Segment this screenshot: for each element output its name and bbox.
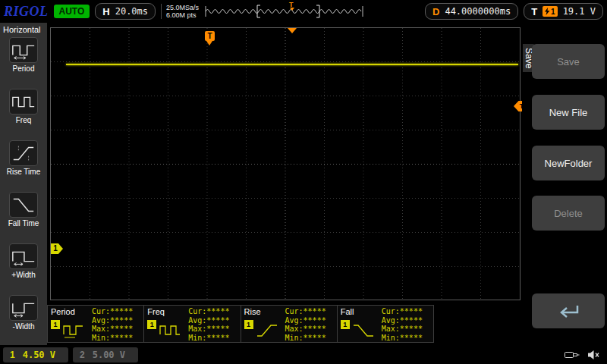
preview-trigger-marker: T bbox=[289, 2, 294, 8]
cur-value: Cur:***** bbox=[382, 307, 423, 316]
horizontal-label: H bbox=[102, 6, 109, 17]
measurement-values: Cur:***** Avg:***** Max:***** Min:***** bbox=[188, 307, 229, 342]
rise-time-icon bbox=[256, 323, 278, 341]
usb-icon bbox=[565, 350, 580, 359]
brand-logo: RIGOL bbox=[4, 4, 49, 20]
trigger-source-channel: 1 bbox=[551, 8, 555, 16]
measurement-panel-freq: Freq 1 Cur:***** Avg:***** Max:***** Min… bbox=[144, 306, 241, 342]
min-value: Min:***** bbox=[92, 334, 133, 343]
top-status-bar: RIGOL AUTO H 20.0ms 25.0MSa/s 6.00M pts … bbox=[0, 0, 607, 23]
measure-sidebar: Horizontal Period Freq Rise Time Fall Ti… bbox=[0, 23, 47, 345]
delay-value: 44.0000000ms bbox=[445, 6, 511, 17]
channel1-badge: 1 bbox=[10, 350, 15, 360]
back-return-button[interactable] bbox=[532, 293, 605, 328]
max-value: Max:***** bbox=[382, 325, 423, 334]
horizontal-timebase-box: H 20.0ms bbox=[95, 3, 156, 20]
sidebar-item-label: Period bbox=[0, 64, 47, 73]
sidebar-item-freq[interactable]: Freq bbox=[0, 89, 47, 139]
period-icon bbox=[9, 37, 38, 63]
graticule bbox=[51, 28, 520, 300]
measurement-panel-fall: Fall 1 Cur:***** Avg:***** Max:***** Min… bbox=[338, 306, 433, 342]
scope-display: T 1 T bbox=[50, 27, 521, 300]
cur-value: Cur:***** bbox=[92, 307, 133, 316]
sidebar-item-label: Fall Time bbox=[0, 219, 47, 228]
max-value: Max:***** bbox=[188, 325, 229, 334]
freq-icon bbox=[159, 323, 181, 341]
minus-width-icon bbox=[9, 295, 38, 321]
fall-time-icon bbox=[352, 323, 375, 341]
waveform-trace-ch1 bbox=[66, 64, 518, 65]
sidebar-item-minus-width[interactable]: -Width bbox=[0, 295, 47, 345]
rise-time-icon bbox=[9, 140, 38, 166]
fall-time-icon bbox=[9, 192, 38, 218]
min-value: Min:***** bbox=[188, 334, 229, 343]
measurement-results-row: Period 1 Cur:***** Avg:***** Max:***** M… bbox=[47, 305, 434, 343]
plus-width-icon bbox=[9, 243, 38, 269]
cur-value: Cur:***** bbox=[188, 307, 229, 316]
channel-badge: 1 bbox=[147, 320, 156, 329]
trigger-source-badge: 1 bbox=[543, 6, 558, 17]
measurement-name: Fall bbox=[341, 307, 354, 316]
new-file-button[interactable]: New File bbox=[532, 95, 605, 130]
channel-status-bar: 1 4.50 V 2 5.00 V bbox=[0, 345, 607, 364]
system-status-icons bbox=[565, 350, 604, 360]
waveform-preview: T bbox=[204, 2, 365, 20]
measurement-name: Period bbox=[51, 307, 75, 316]
return-arrow-icon bbox=[555, 302, 582, 320]
new-folder-button[interactable]: NewFolder bbox=[532, 146, 605, 180]
channel-badge: 1 bbox=[51, 320, 60, 329]
avg-value: Avg:***** bbox=[92, 316, 133, 325]
trigger-edge-icon bbox=[545, 8, 550, 15]
channel1-scale-value: 4.50 V bbox=[23, 350, 55, 360]
save-button[interactable]: Save bbox=[532, 44, 605, 79]
run-status-badge: AUTO bbox=[54, 5, 90, 18]
max-value: Max:***** bbox=[92, 325, 133, 334]
sidebar-item-label: Rise Time bbox=[0, 168, 47, 176]
sidebar-item-label: +Width bbox=[0, 271, 47, 279]
timebase-value: 20.0ms bbox=[115, 6, 148, 17]
trigger-status-box: T 1 19.1 V bbox=[524, 3, 603, 20]
measure-sidebar-title: Horizontal bbox=[0, 23, 47, 36]
sidebar-item-fall-time[interactable]: Fall Time bbox=[0, 192, 47, 242]
channel-badge: 1 bbox=[244, 320, 253, 329]
sample-rate-label: 25.0MSa/s bbox=[166, 4, 199, 11]
channel2-badge: 2 bbox=[80, 350, 85, 360]
acquisition-info: 25.0MSa/s 6.00M pts bbox=[161, 4, 199, 19]
delete-button[interactable]: Delete bbox=[532, 196, 605, 231]
measurement-name: Freq bbox=[147, 307, 165, 316]
trigger-center-marker-icon bbox=[288, 28, 297, 33]
avg-value: Avg:***** bbox=[285, 316, 326, 325]
softkey-menu: Save Save New File NewFolder Delete bbox=[522, 23, 607, 345]
sidebar-item-label: Freq bbox=[0, 116, 47, 124]
trigger-position-flag[interactable]: T bbox=[205, 31, 215, 41]
trigger-level-value: 19.1 V bbox=[563, 6, 596, 17]
channel2-scale-value: 5.00 V bbox=[93, 350, 125, 360]
measurement-values: Cur:***** Avg:***** Max:***** Min:***** bbox=[382, 307, 423, 342]
delay-label: D bbox=[432, 6, 439, 17]
avg-value: Avg:***** bbox=[382, 316, 423, 325]
speaker-muted-icon bbox=[587, 350, 599, 360]
sidebar-item-rise-time[interactable]: Rise Time bbox=[0, 140, 47, 190]
memory-depth-label: 6.00M pts bbox=[166, 11, 199, 19]
measurement-panel-rise: Rise 1 Cur:***** Avg:***** Max:***** Min… bbox=[241, 306, 338, 342]
measurement-panel-period: Period 1 Cur:***** Avg:***** Max:***** M… bbox=[48, 306, 144, 342]
trigger-label: T bbox=[531, 6, 537, 17]
sidebar-item-period[interactable]: Period bbox=[0, 37, 47, 87]
freq-icon bbox=[9, 89, 38, 115]
avg-value: Avg:***** bbox=[188, 316, 229, 325]
min-value: Min:***** bbox=[382, 334, 423, 343]
sidebar-item-label: -Width bbox=[0, 322, 47, 331]
channel-badge: 1 bbox=[341, 320, 350, 329]
channel1-status-box[interactable]: 1 4.50 V bbox=[3, 347, 68, 362]
sidebar-item-plus-width[interactable]: +Width bbox=[0, 243, 47, 293]
measurement-name: Rise bbox=[244, 307, 261, 316]
channel2-status-box[interactable]: 2 5.00 V bbox=[73, 347, 138, 362]
min-value: Min:***** bbox=[285, 334, 326, 343]
period-icon bbox=[62, 323, 85, 341]
delay-offset-box: D 44.0000000ms bbox=[425, 3, 518, 20]
max-value: Max:***** bbox=[285, 325, 326, 334]
preview-wave-icon bbox=[204, 2, 365, 20]
cur-value: Cur:***** bbox=[285, 307, 326, 316]
measurement-values: Cur:***** Avg:***** Max:***** Min:***** bbox=[92, 307, 133, 342]
measurement-values: Cur:***** Avg:***** Max:***** Min:***** bbox=[285, 307, 326, 342]
